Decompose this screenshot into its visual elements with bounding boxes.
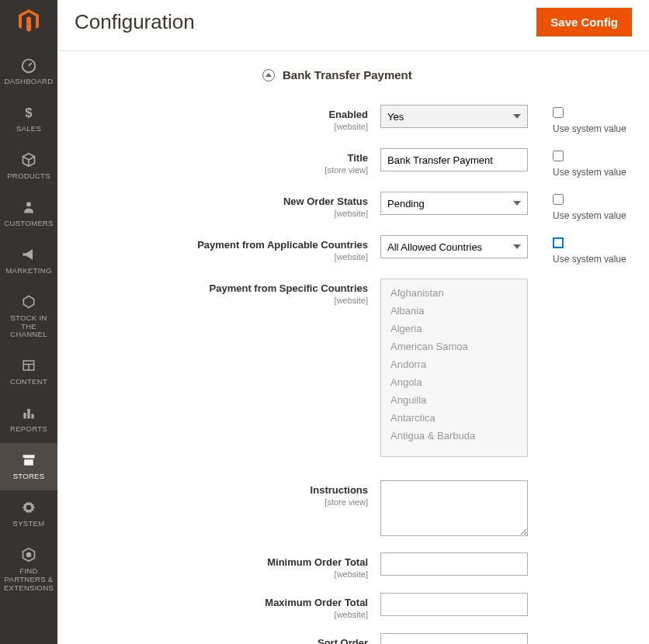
field-label: Instructions [311,484,368,496]
multiselect-option[interactable]: Algeria [381,320,527,338]
enabled-select[interactable]: Yes [380,105,528,128]
sidebar-item-label: System [13,520,45,528]
field-label: Minimum Order Total [267,556,368,568]
use-system-label: Use system value [553,210,626,221]
svg-rect-8 [31,414,33,419]
sidebar-item-partners[interactable]: Find Partners & Extensions [0,538,57,602]
field-label: New Order Status [283,196,368,207]
field-row-max-order: Maximum Order Total [website] [75,593,632,619]
dollar-icon: $ [19,103,38,122]
field-label: Payment from Specific Countries [210,282,368,294]
section-title: Bank Transfer Payment [283,68,412,81]
store-icon [19,451,38,469]
sidebar-item-label: Customers [4,220,53,228]
field-row-new-order-status: New Order Status [website] Pending Use s… [75,192,632,221]
svg-text:$: $ [25,106,33,120]
dashboard-icon [19,56,38,74]
person-icon [19,198,38,216]
cube-icon [19,151,38,169]
partners-icon [19,545,38,564]
multiselect-option[interactable]: Antarctica [381,409,527,427]
megaphone-icon [19,245,38,264]
multiselect-option[interactable]: Anguilla [381,391,527,409]
sidebar-item-content[interactable]: Content [0,348,57,396]
sidebar-item-label: Stores [13,473,45,481]
sort-order-input[interactable] [380,633,528,644]
field-label: Maximum Order Total [265,597,368,608]
specific-countries-multiselect[interactable]: AfghanistanAlbaniaAlgeriaAmerican SamoaA… [380,279,528,457]
hexagon-icon [19,293,38,311]
magento-logo [16,8,42,34]
scope-label: [website] [75,209,368,218]
field-label: Title [348,152,369,164]
multiselect-option[interactable]: American Samoa [381,338,527,355]
scope-label: [website] [75,570,368,579]
gear-icon [19,498,38,517]
field-label: Sort Order [318,637,368,644]
field-label: Enabled [328,109,368,120]
field-row-applicable-countries: Payment from Applicable Countries [websi… [75,235,632,265]
field-row-specific-countries: Payment from Specific Countries [website… [75,279,632,457]
svg-point-2 [26,202,31,206]
multiselect-option[interactable]: Afghanistan [381,284,527,302]
use-system-label: Use system value [553,254,626,265]
min-order-input[interactable] [380,552,528,576]
sidebar-item-reports[interactable]: Reports [0,396,57,443]
field-row-min-order: Minimum Order Total [website] [75,552,632,579]
svg-rect-7 [27,409,30,419]
sidebar-item-stock-channel[interactable]: Stock in the Channel [0,285,57,349]
sidebar-item-marketing[interactable]: Marketing [0,237,57,285]
sidebar-item-system[interactable]: System [0,490,57,538]
field-label: Payment from Applicable Countries [197,239,368,251]
sidebar-item-label: Dashboard [5,78,54,86]
scope-label: [website] [75,252,368,261]
field-row-instructions: Instructions [store view] [75,480,632,538]
use-system-checkbox-order-status[interactable] [553,194,564,205]
sidebar-item-label: Find Partners & Extensions [3,567,54,593]
scope-label: [website] [75,122,368,131]
multiselect-option[interactable]: Angola [381,373,527,391]
svg-point-9 [27,553,31,557]
layout-icon [19,356,38,375]
sidebar-item-label: Content [10,378,47,386]
sidebar-item-label: Products [7,172,50,181]
use-system-checkbox-applicable-countries[interactable] [553,237,564,248]
section-toggle-bank-transfer[interactable]: Bank Transfer Payment [262,68,632,81]
page-header: Configuration Save Config [57,0,649,51]
new-order-status-select[interactable]: Pending [380,192,528,215]
collapse-icon [262,69,275,81]
title-input[interactable] [380,148,528,171]
field-row-title: Title [store view] Use system value [75,148,632,178]
scope-label: [website] [75,610,368,619]
sidebar-item-products[interactable]: Products [0,143,57,190]
max-order-input[interactable] [380,593,528,616]
scope-label: [store view] [75,165,368,175]
multiselect-option[interactable]: Andorra [381,355,527,373]
use-system-checkbox-title[interactable] [553,151,564,161]
sidebar-item-stores[interactable]: Stores [0,443,57,490]
scope-label: [store view] [75,497,368,507]
sidebar-item-label: Stock in the Channel [3,314,54,340]
sidebar-item-label: Marketing [5,267,51,275]
sidebar-item-sales[interactable]: $ Sales [0,95,57,143]
field-row-sort-order: Sort Order [website] [75,633,632,644]
use-system-label: Use system value [553,167,626,178]
multiselect-option[interactable]: Antigua & Barbuda [381,427,527,445]
field-row-enabled: Enabled [website] Yes Use system value [75,105,632,134]
multiselect-option[interactable]: Albania [381,302,527,320]
sidebar: Dashboard $ Sales Products Customers Mar… [0,0,57,644]
page-title: Configuration [75,10,195,34]
instructions-textarea[interactable] [380,480,528,536]
scope-label: [website] [75,296,368,305]
sidebar-item-label: Sales [16,125,41,133]
save-config-button[interactable]: Save Config [536,8,632,36]
use-system-checkbox-enabled[interactable] [553,107,564,118]
sidebar-item-dashboard[interactable]: Dashboard [0,48,57,95]
use-system-label: Use system value [553,123,626,134]
sidebar-item-label: Reports [10,425,47,434]
applicable-countries-select[interactable]: All Allowed Countries [380,235,528,258]
bars-icon [19,403,38,422]
svg-rect-6 [23,413,26,419]
sidebar-item-customers[interactable]: Customers [0,190,57,237]
